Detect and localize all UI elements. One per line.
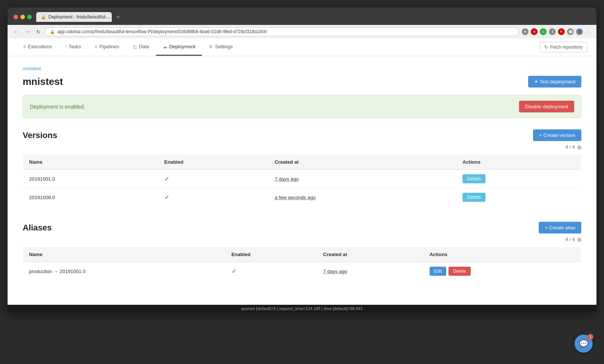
fetch-repository-button[interactable]: ↻ Fetch repository (539, 42, 587, 52)
extension-icon-1[interactable]: M (531, 28, 538, 35)
extension-icon-2[interactable]: G (540, 28, 547, 35)
browser-tab[interactable]: 🔒 Deployment - fredu/beautiful-... ✕ (36, 12, 112, 22)
tasks-icon: ! (65, 44, 66, 49)
edit-label-1: Edit (434, 269, 442, 274)
table-row: production → 20191001.0 ✓ 7 days ago Edi… (23, 262, 581, 281)
version-created-at-1[interactable]: 7 days ago (275, 176, 299, 182)
executions-icon: # (23, 44, 26, 49)
breadcrumb: mnistest (23, 65, 581, 71)
extension-icon-3[interactable]: ℹ (549, 28, 556, 35)
breadcrumb-link[interactable]: mnistest (23, 66, 41, 71)
create-alias-label: + Create alias (545, 225, 575, 230)
aliases-col-actions: Actions (424, 247, 581, 262)
aliases-pagination: 4 / 4 ▦ (23, 237, 581, 242)
forward-button[interactable]: → (23, 28, 32, 35)
version-created-at-2[interactable]: a few seconds ago (275, 195, 316, 200)
tab-tasks-label: Tasks (69, 44, 81, 49)
version-name-1: 20191001.0 (23, 170, 159, 188)
version-created-1: 7 days ago (269, 170, 457, 188)
aliases-section-header: Aliases + Create alias (23, 222, 581, 233)
disable-deployment-button[interactable]: Disable deployment (519, 101, 574, 112)
versions-title: Versions (23, 131, 57, 140)
bookmark-icon[interactable]: ★ (522, 28, 528, 35)
tab-deployment[interactable]: ☁ Deployment (156, 38, 202, 56)
version-details-button-1[interactable]: Details (462, 174, 485, 183)
tab-data[interactable]: ◫ Data (126, 38, 156, 56)
fetch-repo-label: Fetch repository (550, 45, 582, 50)
version-actions-1: Details (456, 170, 581, 188)
tab-data-label: Data (139, 44, 149, 49)
tab-executions[interactable]: # Executions (17, 38, 59, 56)
versions-col-enabled: Enabled (158, 155, 269, 170)
settings-icon: ⚙ (209, 44, 213, 49)
close-button[interactable] (14, 15, 18, 19)
alias-checkmark-icon: ✓ (231, 268, 236, 275)
top-nav: # Executions ! Tasks ≡ Pipelines ◫ Data … (8, 38, 596, 56)
versions-section-header: Versions + Create version (23, 129, 581, 141)
test-deployment-label: ✦ Test deployment (534, 79, 575, 84)
aliases-pagination-text: 4 / 4 (565, 237, 575, 242)
tab-executions-label: Executions (28, 44, 52, 49)
alias-actions-1: Edit Delete (424, 262, 581, 281)
aliases-title: Aliases (23, 223, 52, 233)
page-title: mnistest (23, 76, 63, 88)
url-text: app.valohai.com/p/fredu/beautiful-tensor… (57, 29, 267, 34)
version-enabled-1: ✓ (158, 170, 269, 188)
disable-deployment-label: Disable deployment (525, 104, 568, 109)
back-button[interactable]: ← (12, 28, 20, 35)
delete-label-1: Delete (453, 269, 466, 274)
status-bar: queries [default]=9 | request_time=124.1… (8, 305, 596, 312)
page-header: mnistest ✦ Test deployment (23, 76, 581, 88)
tab-tasks[interactable]: ! Tasks (59, 38, 88, 56)
pipelines-icon: ≡ (95, 44, 97, 49)
deployment-status-alert: Deployment is enabled. Disable deploymen… (23, 95, 581, 118)
alias-created-at-1[interactable]: 7 days ago (323, 269, 347, 274)
menu-icon[interactable]: ⋮ (585, 28, 592, 35)
tab-settings-label: Settings (215, 44, 233, 49)
version-details-button-2[interactable]: Details (462, 193, 485, 202)
profile-icon[interactable]: 👤 (576, 28, 583, 35)
create-version-button[interactable]: + Create version (533, 129, 581, 141)
versions-table: Name Enabled Created at Actions 20191001… (23, 154, 581, 207)
maximize-button[interactable] (27, 15, 32, 19)
deployment-icon: ☁ (163, 44, 167, 49)
versions-col-created-at: Created at (269, 155, 457, 170)
details-label-1: Details (467, 176, 481, 181)
versions-pagination-text: 4 / 4 (565, 144, 575, 150)
versions-col-actions: Actions (456, 155, 581, 170)
version-actions-2: Details (456, 188, 581, 207)
versions-grid-icon: ▦ (577, 144, 581, 150)
aliases-table: Name Enabled Created at Actions producti… (23, 247, 581, 281)
create-version-label: + Create version (539, 132, 575, 138)
alias-created-1: 7 days ago (317, 262, 424, 281)
alias-edit-button-1[interactable]: Edit (430, 267, 447, 276)
version-enabled-2: ✓ (158, 188, 269, 207)
alert-message: Deployment is enabled. (30, 104, 85, 110)
details-label-2: Details (467, 195, 481, 200)
alias-delete-button-1[interactable]: Delete (448, 267, 471, 276)
table-row: 20191008.0 ✓ a few seconds ago Details (23, 188, 581, 207)
tab-deployment-label: Deployment (169, 44, 195, 49)
reload-button[interactable]: ↻ (35, 28, 42, 35)
tab-title: Deployment - fredu/beautiful-... (48, 14, 111, 20)
refresh-icon: ↻ (544, 45, 548, 50)
test-deployment-button[interactable]: ✦ Test deployment (528, 76, 581, 88)
versions-col-name: Name (23, 155, 159, 170)
table-row: 20191001.0 ✓ 7 days ago Details (23, 170, 581, 188)
tab-pipelines-label: Pipelines (99, 44, 119, 49)
data-icon: ◫ (133, 44, 137, 49)
status-bar-text: queries [default]=9 | request_time=124.1… (241, 306, 363, 311)
new-tab-button[interactable]: + (113, 12, 123, 22)
minimize-button[interactable] (20, 15, 25, 19)
extension-icon-4[interactable]: R (558, 28, 565, 35)
aliases-col-created-at: Created at (317, 247, 424, 262)
tab-pipelines[interactable]: ≡ Pipelines (88, 38, 126, 56)
alias-enabled-1: ✓ (225, 262, 317, 281)
checkmark-icon: ✓ (164, 176, 169, 182)
aliases-col-enabled: Enabled (225, 247, 317, 262)
checkmark-icon-2: ✓ (164, 194, 169, 201)
extension-icon-5[interactable]: ⚪ (567, 28, 574, 35)
create-alias-button[interactable]: + Create alias (539, 222, 581, 233)
version-created-2: a few seconds ago (269, 188, 457, 207)
tab-settings[interactable]: ⚙ Settings (202, 38, 239, 56)
